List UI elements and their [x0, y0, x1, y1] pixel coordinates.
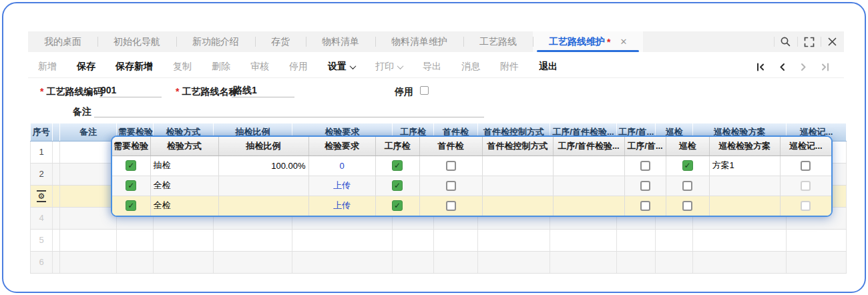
- grid-cell[interactable]: [478, 229, 550, 251]
- grid-cell[interactable]: [154, 251, 214, 273]
- process-inspection-checkbox[interactable]: [392, 200, 403, 211]
- grid-cell[interactable]: [656, 251, 693, 273]
- remark-cell[interactable]: [60, 185, 117, 207]
- grid-cell[interactable]: [478, 251, 550, 273]
- col-header-seq[interactable]: 序号: [31, 123, 53, 141]
- first-piece-checkbox[interactable]: [446, 201, 456, 211]
- requirement-link[interactable]: 上传: [333, 180, 351, 190]
- col-header-inspection-requirement[interactable]: 检验要求: [308, 137, 375, 156]
- tab-close-icon[interactable]: ✕: [620, 37, 627, 47]
- col-header-patrol-plan[interactable]: 巡检检验方案: [709, 137, 780, 156]
- process-first-plan-cell[interactable]: [553, 196, 624, 216]
- grid-cell[interactable]: [656, 229, 693, 251]
- col-header-process-inspection[interactable]: 工序检: [375, 137, 419, 156]
- grid-cell[interactable]: [393, 251, 434, 273]
- row-number[interactable]: 2: [31, 163, 53, 185]
- col-header-remark[interactable]: 备注: [60, 123, 117, 141]
- tab-new-features[interactable]: 新功能介绍: [176, 31, 255, 52]
- grid-cell[interactable]: [434, 251, 478, 273]
- col-header-process-first[interactable]: 工序/首...: [624, 137, 666, 156]
- sampling-ratio-cell[interactable]: 100.00%: [218, 156, 308, 176]
- process-first-plan-cell[interactable]: [553, 156, 624, 176]
- need-inspection-checkbox[interactable]: [126, 200, 136, 211]
- tab-bom-maintain[interactable]: 物料清单维护: [375, 31, 463, 52]
- grid-cell[interactable]: [693, 229, 787, 251]
- route-code-input[interactable]: 901: [99, 84, 162, 97]
- requirement-link[interactable]: 上传: [333, 200, 351, 210]
- grid-cell[interactable]: [214, 251, 292, 273]
- fullscreen-icon[interactable]: [797, 31, 821, 52]
- patrol-checkbox[interactable]: [682, 160, 693, 171]
- grid-cell[interactable]: [117, 251, 154, 273]
- process-first-checkbox[interactable]: [640, 201, 650, 211]
- grid-cell[interactable]: [617, 251, 656, 273]
- search-icon[interactable]: [774, 31, 797, 52]
- editing-row-gear-icon[interactable]: ⚙: [37, 190, 47, 202]
- first-piece-control-cell[interactable]: [482, 176, 553, 196]
- grid-cell[interactable]: [214, 229, 292, 251]
- process-first-checkbox[interactable]: [640, 161, 650, 171]
- save-and-new-button[interactable]: 保存新增: [105, 61, 163, 73]
- route-name-input[interactable]: 路线1: [232, 84, 294, 97]
- grid-cell[interactable]: [550, 229, 617, 251]
- prev-record-icon[interactable]: [775, 59, 789, 74]
- first-piece-checkbox[interactable]: [446, 161, 456, 171]
- grid-cell[interactable]: [117, 229, 154, 251]
- tab-bom[interactable]: 物料清单: [306, 31, 375, 52]
- tab-init-nav[interactable]: 初始化导航: [97, 31, 176, 52]
- requirement-link[interactable]: 0: [339, 161, 344, 171]
- grid-cell[interactable]: [787, 251, 847, 273]
- first-piece-control-cell[interactable]: [482, 156, 553, 176]
- patrol-plan-cell[interactable]: 方案1: [709, 156, 780, 176]
- process-inspection-checkbox[interactable]: [392, 180, 403, 191]
- row-number[interactable]: ⚙: [31, 185, 53, 207]
- row-number[interactable]: 6: [31, 251, 53, 273]
- grid-cell[interactable]: [292, 229, 393, 251]
- settings-dropdown-button[interactable]: 设置: [318, 61, 365, 73]
- need-inspection-checkbox[interactable]: [126, 180, 136, 191]
- grid-cell[interactable]: [292, 251, 393, 273]
- col-header-first-piece-control[interactable]: 首件检控制方式: [482, 137, 553, 156]
- grid-cell[interactable]: [550, 251, 617, 273]
- tab-my-desktop[interactable]: 我的桌面: [28, 31, 97, 52]
- save-button[interactable]: 保存: [67, 61, 105, 73]
- col-header-sampling-ratio[interactable]: 抽检比例: [218, 137, 308, 156]
- col-header-process-first-plan[interactable]: 工序/首件检验...: [553, 137, 624, 156]
- sampling-ratio-cell[interactable]: [218, 176, 308, 196]
- remark-cell[interactable]: [60, 141, 117, 163]
- process-first-checkbox[interactable]: [640, 181, 650, 191]
- patrol-record-checkbox[interactable]: [801, 161, 811, 171]
- remark-input[interactable]: [94, 104, 484, 117]
- tab-inventory[interactable]: 存货: [255, 31, 306, 52]
- remark-cell[interactable]: [60, 229, 117, 251]
- col-header-need-inspection[interactable]: 需要检验: [112, 137, 150, 156]
- first-piece-checkbox[interactable]: [446, 181, 456, 191]
- first-record-icon[interactable]: [753, 59, 768, 74]
- tab-process-route[interactable]: 工艺路线: [463, 31, 533, 52]
- col-header-patrol[interactable]: 巡检: [666, 137, 709, 156]
- process-first-plan-cell[interactable]: [553, 176, 624, 196]
- tab-process-route-maintain[interactable]: 工艺路线维护 * ✕: [533, 31, 643, 52]
- grid-cell[interactable]: [434, 229, 478, 251]
- patrol-checkbox[interactable]: [682, 201, 692, 211]
- process-inspection-checkbox[interactable]: [392, 160, 403, 171]
- inspection-method-cell[interactable]: 全检: [150, 196, 218, 216]
- remark-cell[interactable]: [60, 207, 117, 229]
- col-header-patrol-record[interactable]: 巡检记...: [780, 137, 831, 156]
- grid-cell[interactable]: [787, 229, 847, 251]
- row-number[interactable]: 1: [31, 141, 53, 163]
- col-header-inspection-method[interactable]: 检验方式: [150, 137, 218, 156]
- patrol-plan-cell[interactable]: [709, 196, 780, 216]
- exit-button[interactable]: 退出: [529, 61, 568, 73]
- patrol-checkbox[interactable]: [682, 181, 692, 191]
- grid-cell[interactable]: [393, 229, 434, 251]
- close-icon[interactable]: [821, 31, 844, 52]
- disable-flag-checkbox[interactable]: [420, 86, 429, 95]
- sampling-ratio-cell[interactable]: [218, 196, 308, 216]
- col-header-first-piece[interactable]: 首件检: [419, 137, 482, 156]
- need-inspection-checkbox[interactable]: [126, 160, 136, 171]
- inspection-method-cell[interactable]: 抽检: [150, 156, 218, 176]
- grid-cell[interactable]: [154, 229, 214, 251]
- row-number[interactable]: 4: [31, 207, 53, 229]
- remark-cell[interactable]: [60, 251, 117, 273]
